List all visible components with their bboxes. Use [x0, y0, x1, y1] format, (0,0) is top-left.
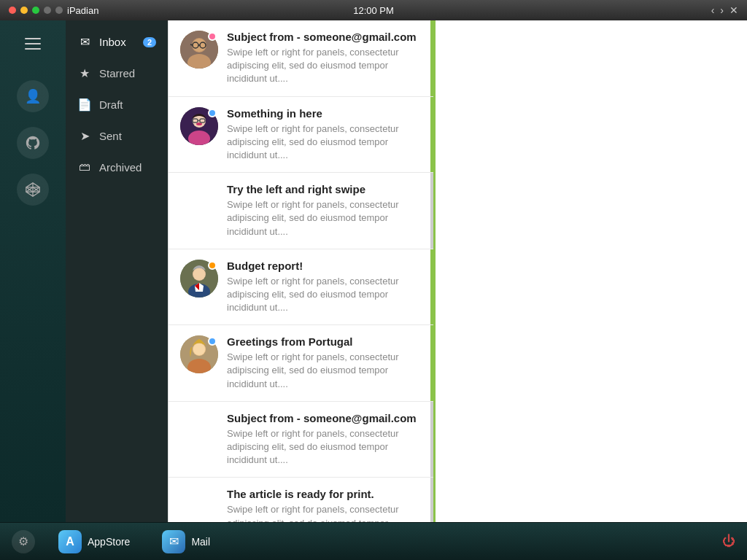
email-subject: The article is ready for print. [227, 488, 422, 500]
mail-icon: ✉ [162, 530, 185, 553]
star-icon: ★ [77, 66, 92, 80]
minimize-dot [20, 7, 28, 14]
avatar-container [180, 335, 218, 373]
unread-dot [208, 261, 217, 270]
unread-dot [208, 32, 217, 41]
forward-button[interactable]: › [720, 4, 724, 16]
email-preview: Swipe left or right for panels, consecte… [227, 351, 422, 391]
email-item[interactable]: Try the left and right swipe Swipe left … [169, 173, 433, 249]
avatar-container [180, 31, 218, 69]
email-list-panel: Subject from - someone@gmail.com Swipe l… [168, 20, 433, 522]
nav-controls: ‹ › ✕ [711, 4, 738, 16]
detail-panel [433, 20, 747, 522]
email-body: Greetings from Portugal Swipe left or ri… [227, 335, 422, 391]
menu-button[interactable] [18, 29, 47, 58]
inbox-badge: 2 [143, 37, 156, 47]
svg-point-31 [193, 343, 205, 355]
back-button[interactable]: ‹ [711, 4, 715, 16]
appstore-label: AppStore [88, 536, 130, 548]
email-preview: Swipe left or right for panels, consecte… [227, 122, 422, 163]
app-name: iPadian [67, 5, 98, 16]
email-body: Budget report! Swipe left or right for p… [227, 260, 422, 315]
avatar-container [180, 183, 218, 221]
email-item[interactable]: Greetings from Portugal Swipe left or ri… [169, 325, 433, 402]
email-subject: Try the left and right swipe [227, 183, 422, 195]
hamburger-line1 [25, 38, 41, 39]
email-item[interactable]: Subject from - someone@gmail.com Swipe l… [169, 402, 433, 478]
email-subject: Greetings from Portugal [227, 335, 422, 348]
draft-label: Draft [99, 98, 123, 111]
window-controls: iPadian [9, 5, 98, 16]
avatar-container [180, 488, 218, 522]
nav-sidebar: ✉ Inbox 2 ★ Starred 📄 Draft ➤ Sent 🗃 Arc… [66, 20, 168, 522]
appstore-icon: A [58, 530, 82, 553]
close-button[interactable]: ✕ [729, 4, 738, 16]
sidebar-item-draft[interactable]: 📄 Draft [66, 89, 168, 120]
extra-dot1 [44, 7, 51, 14]
svg-line-15 [190, 44, 193, 45]
icon-sidebar: 👤 [0, 20, 66, 522]
email-preview: Swipe left or right for panels, consecte… [227, 198, 422, 238]
email-preview: Swipe left or right for panels, consecte… [227, 275, 422, 315]
starred-label: Starred [99, 67, 135, 79]
title-bar: iPadian 12:00 PM ‹ › ✕ [0, 0, 747, 20]
power-button[interactable]: ⏻ [722, 534, 735, 549]
email-body: Subject from - someone@gmail.com Swipe l… [227, 412, 422, 467]
draft-icon: 📄 [77, 98, 92, 112]
person-icon[interactable]: 👤 [17, 80, 49, 112]
detail-content [436, 20, 747, 522]
sent-label: Sent [99, 130, 122, 142]
email-body: Subject from - someone@gmail.com Swipe l… [227, 31, 422, 86]
appstore-button[interactable]: A AppStore [50, 526, 139, 558]
sidebar-item-sent[interactable]: ➤ Sent [66, 120, 168, 152]
sent-icon: ➤ [77, 129, 92, 143]
codepen-icon[interactable] [17, 174, 49, 206]
archive-icon: 🗃 [77, 160, 92, 174]
email-item[interactable]: The article is ready for print. Swipe le… [169, 478, 433, 522]
email-preview: Swipe left or right for panels, consecte… [227, 46, 422, 86]
clock: 12:00 PM [353, 5, 394, 16]
sidebar-item-inbox[interactable]: ✉ Inbox 2 [66, 26, 168, 58]
email-item[interactable]: Budget report! Swipe left or right for p… [169, 249, 433, 326]
avatar-container [180, 260, 218, 298]
email-subject: Something in here [227, 107, 422, 120]
taskbar: ⚙ A AppStore ✉ Mail ⏻ [0, 522, 747, 560]
archived-label: Archived [99, 161, 142, 174]
email-preview: Swipe left or right for panels, consecte… [227, 427, 422, 467]
sidebar-item-archived[interactable]: 🗃 Archived [66, 152, 168, 182]
svg-point-27 [193, 268, 205, 280]
extra-dot2 [55, 7, 63, 14]
maximize-dot [32, 7, 39, 14]
mail-button[interactable]: ✉ Mail [153, 526, 219, 558]
email-body: The article is ready for print. Swipe le… [227, 488, 422, 522]
hamburger-line3 [25, 48, 41, 50]
inbox-label: Inbox [99, 36, 126, 48]
avatar-container [180, 412, 218, 450]
email-item[interactable]: Something in here Swipe left or right fo… [169, 97, 433, 174]
app-container: 👤 ✉ Inbox 2 ★ S [0, 20, 747, 522]
email-subject: Subject from - someone@gmail.com [227, 31, 422, 43]
github-icon[interactable] [17, 127, 49, 159]
mail-label: Mail [191, 536, 210, 548]
email-item[interactable]: Subject from - someone@gmail.com Swipe l… [169, 20, 433, 97]
email-list: Subject from - someone@gmail.com Swipe l… [169, 20, 433, 522]
email-preview: Swipe left or right for panels, consecte… [227, 503, 422, 522]
unread-dot [208, 109, 217, 117]
inbox-icon: ✉ [77, 35, 92, 49]
settings-icon[interactable]: ⚙ [12, 530, 35, 553]
email-subject: Subject from - someone@gmail.com [227, 412, 422, 424]
email-body: Something in here Swipe left or right fo… [227, 107, 422, 163]
close-dot [9, 7, 16, 14]
email-subject: Budget report! [227, 260, 422, 272]
hamburger-line2 [25, 43, 41, 44]
avatar-container [180, 107, 218, 145]
email-body: Try the left and right swipe Swipe left … [227, 183, 422, 238]
sidebar-item-starred[interactable]: ★ Starred [66, 58, 168, 89]
